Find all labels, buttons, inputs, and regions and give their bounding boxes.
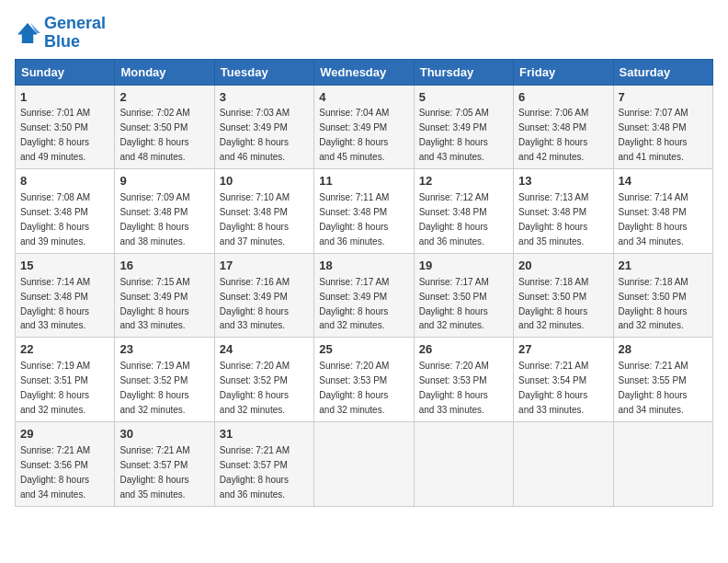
day-info: Sunrise: 7:17 AM Sunset: 3:50 PM Dayligh… <box>419 277 489 331</box>
week-row-2: 8Sunrise: 7:08 AM Sunset: 3:48 PM Daylig… <box>16 169 713 254</box>
calendar-cell: 27Sunrise: 7:21 AM Sunset: 3:54 PM Dayli… <box>514 338 613 422</box>
calendar-cell: 7Sunrise: 7:07 AM Sunset: 3:48 PM Daylig… <box>613 85 712 169</box>
day-info: Sunrise: 7:01 AM Sunset: 3:50 PM Dayligh… <box>20 108 90 162</box>
calendar-cell: 19Sunrise: 7:17 AM Sunset: 3:50 PM Dayli… <box>414 253 513 338</box>
calendar-cell: 9Sunrise: 7:09 AM Sunset: 3:48 PM Daylig… <box>115 169 214 254</box>
column-header-monday: Monday <box>115 59 214 85</box>
day-info: Sunrise: 7:21 AM Sunset: 3:55 PM Dayligh… <box>619 361 688 415</box>
calendar-cell: 31Sunrise: 7:21 AM Sunset: 3:57 PM Dayli… <box>214 421 313 506</box>
calendar-cell <box>613 421 712 506</box>
calendar-cell: 28Sunrise: 7:21 AM Sunset: 3:55 PM Dayli… <box>613 338 712 422</box>
calendar-cell: 25Sunrise: 7:20 AM Sunset: 3:53 PM Dayli… <box>314 338 414 422</box>
calendar-cell: 18Sunrise: 7:17 AM Sunset: 3:49 PM Dayli… <box>314 253 414 338</box>
day-number: 31 <box>220 426 309 443</box>
column-header-saturday: Saturday <box>613 59 712 85</box>
day-number: 16 <box>119 258 209 275</box>
week-row-5: 29Sunrise: 7:21 AM Sunset: 3:56 PM Dayli… <box>16 421 713 506</box>
day-info: Sunrise: 7:04 AM Sunset: 3:49 PM Dayligh… <box>319 108 389 162</box>
day-number: 1 <box>20 89 109 107</box>
calendar-cell: 3Sunrise: 7:03 AM Sunset: 3:49 PM Daylig… <box>214 85 313 169</box>
day-number: 12 <box>419 173 508 190</box>
day-number: 24 <box>220 341 309 359</box>
calendar-cell: 12Sunrise: 7:12 AM Sunset: 3:48 PM Dayli… <box>414 169 513 254</box>
calendar-cell: 11Sunrise: 7:11 AM Sunset: 3:48 PM Dayli… <box>314 169 414 254</box>
day-number: 28 <box>619 341 708 359</box>
day-number: 29 <box>20 426 109 443</box>
calendar-header-row: SundayMondayTuesdayWednesdayThursdayFrid… <box>16 59 713 85</box>
calendar-cell: 4Sunrise: 7:04 AM Sunset: 3:49 PM Daylig… <box>314 85 414 169</box>
day-number: 30 <box>119 426 209 443</box>
day-number: 20 <box>518 258 608 275</box>
day-number: 26 <box>419 341 508 359</box>
day-info: Sunrise: 7:07 AM Sunset: 3:48 PM Dayligh… <box>619 108 688 162</box>
logo: General Blue <box>15 15 106 52</box>
day-number: 10 <box>220 173 309 190</box>
week-row-1: 1Sunrise: 7:01 AM Sunset: 3:50 PM Daylig… <box>16 85 713 169</box>
calendar-cell: 8Sunrise: 7:08 AM Sunset: 3:48 PM Daylig… <box>16 169 115 254</box>
calendar-cell: 22Sunrise: 7:19 AM Sunset: 3:51 PM Dayli… <box>16 338 115 422</box>
calendar-cell <box>314 421 414 506</box>
day-number: 13 <box>518 173 608 190</box>
calendar-cell: 24Sunrise: 7:20 AM Sunset: 3:52 PM Dayli… <box>214 338 313 422</box>
calendar-cell: 20Sunrise: 7:18 AM Sunset: 3:50 PM Dayli… <box>514 253 613 338</box>
calendar-cell: 30Sunrise: 7:21 AM Sunset: 3:57 PM Dayli… <box>115 421 214 506</box>
day-info: Sunrise: 7:06 AM Sunset: 3:48 PM Dayligh… <box>518 108 588 162</box>
day-number: 14 <box>619 173 708 190</box>
day-number: 7 <box>619 89 708 107</box>
day-number: 25 <box>319 341 408 359</box>
day-info: Sunrise: 7:17 AM Sunset: 3:49 PM Dayligh… <box>319 277 389 331</box>
day-info: Sunrise: 7:16 AM Sunset: 3:49 PM Dayligh… <box>220 277 290 331</box>
calendar-cell: 13Sunrise: 7:13 AM Sunset: 3:48 PM Dayli… <box>514 169 613 254</box>
day-number: 17 <box>220 258 309 275</box>
calendar-cell: 16Sunrise: 7:15 AM Sunset: 3:49 PM Dayli… <box>115 253 214 338</box>
column-header-thursday: Thursday <box>414 59 513 85</box>
column-header-sunday: Sunday <box>16 59 115 85</box>
calendar-cell: 29Sunrise: 7:21 AM Sunset: 3:56 PM Dayli… <box>16 421 115 506</box>
day-info: Sunrise: 7:02 AM Sunset: 3:50 PM Dayligh… <box>119 108 189 162</box>
calendar-cell: 1Sunrise: 7:01 AM Sunset: 3:50 PM Daylig… <box>16 85 115 169</box>
week-row-3: 15Sunrise: 7:14 AM Sunset: 3:48 PM Dayli… <box>16 253 713 338</box>
day-info: Sunrise: 7:20 AM Sunset: 3:53 PM Dayligh… <box>319 361 389 415</box>
day-info: Sunrise: 7:14 AM Sunset: 3:48 PM Dayligh… <box>20 277 90 331</box>
day-info: Sunrise: 7:08 AM Sunset: 3:48 PM Dayligh… <box>20 192 90 247</box>
logo-icon <box>15 20 40 46</box>
day-info: Sunrise: 7:09 AM Sunset: 3:48 PM Dayligh… <box>119 192 189 247</box>
day-info: Sunrise: 7:21 AM Sunset: 3:54 PM Dayligh… <box>518 361 588 415</box>
day-info: Sunrise: 7:18 AM Sunset: 3:50 PM Dayligh… <box>518 277 588 331</box>
day-info: Sunrise: 7:15 AM Sunset: 3:49 PM Dayligh… <box>119 277 189 331</box>
column-header-wednesday: Wednesday <box>314 59 414 85</box>
day-info: Sunrise: 7:14 AM Sunset: 3:48 PM Dayligh… <box>619 192 688 247</box>
calendar-cell: 2Sunrise: 7:02 AM Sunset: 3:50 PM Daylig… <box>115 85 214 169</box>
day-info: Sunrise: 7:10 AM Sunset: 3:48 PM Dayligh… <box>220 192 290 247</box>
day-number: 2 <box>119 89 209 107</box>
calendar-cell: 21Sunrise: 7:18 AM Sunset: 3:50 PM Dayli… <box>613 253 712 338</box>
day-info: Sunrise: 7:18 AM Sunset: 3:50 PM Dayligh… <box>619 277 688 331</box>
day-info: Sunrise: 7:05 AM Sunset: 3:49 PM Dayligh… <box>419 108 489 162</box>
day-number: 8 <box>20 173 109 190</box>
day-info: Sunrise: 7:13 AM Sunset: 3:48 PM Dayligh… <box>518 192 588 247</box>
calendar-cell: 6Sunrise: 7:06 AM Sunset: 3:48 PM Daylig… <box>514 85 613 169</box>
calendar-cell: 17Sunrise: 7:16 AM Sunset: 3:49 PM Dayli… <box>214 253 313 338</box>
week-row-4: 22Sunrise: 7:19 AM Sunset: 3:51 PM Dayli… <box>16 338 713 422</box>
day-number: 22 <box>20 341 109 359</box>
day-info: Sunrise: 7:12 AM Sunset: 3:48 PM Dayligh… <box>419 192 489 247</box>
day-number: 11 <box>319 173 408 190</box>
calendar-cell: 10Sunrise: 7:10 AM Sunset: 3:48 PM Dayli… <box>214 169 313 254</box>
day-number: 18 <box>319 258 408 275</box>
day-info: Sunrise: 7:11 AM Sunset: 3:48 PM Dayligh… <box>319 192 389 247</box>
day-number: 21 <box>619 258 708 275</box>
day-number: 9 <box>119 173 209 190</box>
day-info: Sunrise: 7:21 AM Sunset: 3:57 PM Dayligh… <box>119 445 189 500</box>
day-number: 6 <box>518 89 608 107</box>
calendar-cell <box>414 421 513 506</box>
day-info: Sunrise: 7:03 AM Sunset: 3:49 PM Dayligh… <box>220 108 290 162</box>
header: General Blue <box>15 15 713 52</box>
calendar-cell: 26Sunrise: 7:20 AM Sunset: 3:53 PM Dayli… <box>414 338 513 422</box>
calendar-table: SundayMondayTuesdayWednesdayThursdayFrid… <box>15 59 713 507</box>
calendar-cell <box>514 421 613 506</box>
calendar-cell: 5Sunrise: 7:05 AM Sunset: 3:49 PM Daylig… <box>414 85 513 169</box>
logo-text: General Blue <box>44 15 106 52</box>
day-number: 4 <box>319 89 408 107</box>
calendar-cell: 23Sunrise: 7:19 AM Sunset: 3:52 PM Dayli… <box>115 338 214 422</box>
day-number: 27 <box>518 341 608 359</box>
